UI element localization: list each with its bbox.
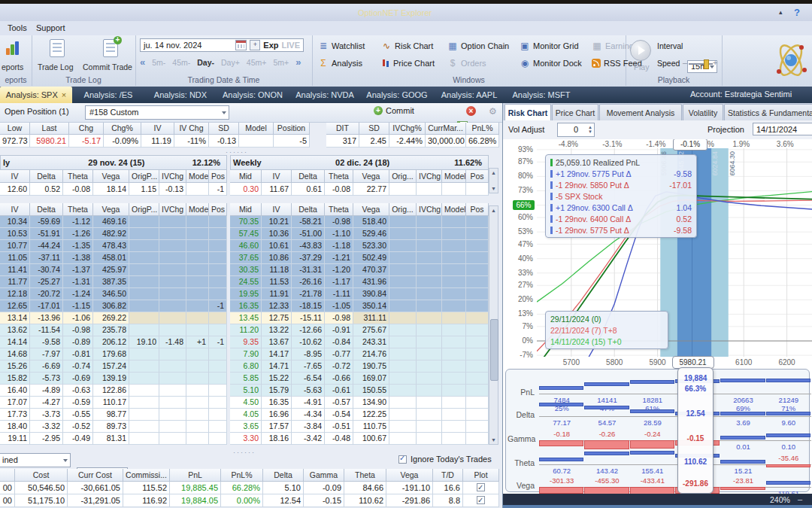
commit-trade-button[interactable]: Commit Trade bbox=[83, 62, 132, 71]
tab-analysis-aapl[interactable]: Analysis: AAPL bbox=[433, 87, 505, 103]
monitor-dock-button[interactable]: ◉Monitor Dock bbox=[520, 57, 592, 69]
chain-row[interactable]: 5.8515.22-6.54-0.66169.07 bbox=[230, 373, 489, 385]
trade-log-icon[interactable] bbox=[50, 39, 65, 59]
projection-date-field[interactable]: 14/11/2024 bbox=[753, 123, 812, 135]
chain-row[interactable]: 4.5016.35-4.91-0.57134.90 bbox=[230, 397, 489, 409]
chain-row[interactable]: 16.3512.33-18.15-1.05350.14 bbox=[230, 300, 489, 312]
spinner-arrows-icon[interactable]: ▲▼ bbox=[588, 125, 592, 134]
mini-scrollbar[interactable]: ▲▼ bbox=[489, 168, 498, 193]
speed-minus-icon[interactable]: – bbox=[683, 58, 687, 67]
chain-row[interactable]: 10.53-51.91-1.26482.92 bbox=[0, 228, 227, 240]
calendar-icon[interactable] bbox=[235, 40, 247, 50]
summary-row[interactable]: 0050,546.50-30,661.05115.5219,885.4566.2… bbox=[0, 482, 499, 494]
speed-plus-icon[interactable]: + bbox=[713, 58, 717, 67]
help-icon[interactable]: ? bbox=[794, 7, 800, 18]
chain-row[interactable]: 11.77-25.27-1.31387.35 bbox=[0, 276, 227, 288]
chain-row[interactable]: 37.6510.86-37.29-1.21502.49 bbox=[230, 252, 489, 264]
live-label[interactable]: LIVE bbox=[282, 41, 300, 50]
trading-date-field[interactable]: ju. 14 nov. 2024 + Exp LIVE bbox=[140, 38, 304, 52]
time-step-Day[interactable]: Day+ bbox=[221, 58, 240, 67]
rp-tab-price-chart[interactable]: Price Chart bbox=[552, 104, 598, 120]
time-step-45m[interactable]: 45m+ bbox=[247, 58, 267, 67]
chain-row[interactable]: 3.3018.16-3.42-0.48100.67 bbox=[230, 433, 489, 445]
nav-forward-icon[interactable]: » bbox=[295, 56, 301, 68]
chain-row[interactable]: 11.2013.22-12.66-0.91275.67 bbox=[230, 324, 489, 336]
scroll-down-icon[interactable]: ▼ bbox=[489, 436, 498, 444]
monitor-grid-button[interactable]: ▣Monitor Grid bbox=[520, 40, 592, 52]
chain-row[interactable]: 24.5511.53-26.16-1.17431.96 bbox=[230, 276, 489, 288]
risk-chart-button[interactable]: ∿Risk Chart bbox=[381, 40, 447, 52]
scroll-down-icon[interactable]: ▼ bbox=[489, 184, 498, 193]
chain-row[interactable]: 12.18-20.72-1.24346.50 bbox=[0, 288, 227, 300]
ribbon-collapse-icon[interactable]: ▴ bbox=[779, 8, 783, 16]
chain-row[interactable]: 10.34-59.69-1.12469.16 bbox=[0, 216, 227, 228]
chain-row[interactable]: 3.6517.57-3.84-0.51110.75 bbox=[230, 421, 489, 433]
chain-row[interactable]: 9.3513.67-10.62-0.84243.31 bbox=[230, 336, 489, 348]
tab-analysis-onon[interactable]: Analysis: ONON bbox=[217, 87, 289, 103]
rp-tab-volatility[interactable]: Volatility bbox=[683, 104, 723, 120]
time-step-Day[interactable]: Day- bbox=[197, 58, 214, 67]
reports-button-label[interactable]: eports bbox=[2, 62, 23, 71]
chain-row[interactable]: 19.9511.91-21.78-1.11390.84 bbox=[230, 288, 489, 300]
position-select[interactable]: #158 Custom bbox=[85, 105, 229, 120]
chain-row[interactable]: 57.4510.36-51.00-1.10529.46 bbox=[230, 228, 489, 240]
chain-row[interactable]: 14.14-9.58-0.89206.1219.10-1.48+1-1 bbox=[0, 336, 227, 348]
nav-back-icon[interactable]: « bbox=[140, 56, 145, 68]
play-button[interactable] bbox=[630, 40, 651, 61]
ignore-trades-checkbox[interactable] bbox=[398, 455, 407, 464]
trade-log-button[interactable]: Trade Log bbox=[38, 62, 73, 71]
delete-icon[interactable]: × bbox=[466, 106, 476, 116]
chain-row[interactable]: 12.65-17.01-1.15306.82-1 bbox=[0, 300, 227, 312]
chain-row[interactable]: 70.3510.21-58.21-0.98518.40 bbox=[230, 216, 489, 228]
zoom-out-icon[interactable]: – bbox=[798, 494, 802, 503]
summary-row[interactable]: 0051,175.10-31,291.05116.9219,884.050.00… bbox=[0, 494, 499, 507]
chain-row[interactable]: 17.07-4.27-0.59110.17 bbox=[0, 397, 227, 409]
speed-slider-track[interactable] bbox=[689, 63, 713, 65]
chain-row[interactable]: 5.1015.79-5.63-0.61150.55 bbox=[230, 385, 489, 397]
tab-analysis-ndx[interactable]: Analysis: NDX bbox=[144, 87, 217, 103]
price-chart-button[interactable]: Price Chart bbox=[381, 57, 447, 69]
scroll-up-icon[interactable]: ▲ bbox=[489, 206, 498, 214]
scroll-up-icon[interactable]: ▲ bbox=[489, 169, 498, 177]
speed-slider-thumb[interactable] bbox=[704, 59, 709, 69]
chain-row[interactable]: 13.62-11.54-0.98235.78 bbox=[0, 324, 227, 336]
chain-row[interactable]: 6.8014.71-7.65-0.72190.75 bbox=[230, 360, 489, 373]
tab-analysis-spx[interactable]: Analysis: SPX × bbox=[0, 87, 72, 103]
exp-jump-icon[interactable]: + bbox=[250, 40, 260, 50]
menu-tools[interactable]: Tools bbox=[8, 23, 27, 32]
chain-row[interactable]: 30.3511.18-31.31-1.20470.37 bbox=[230, 264, 489, 276]
ignore-trades-option[interactable]: Ignore Today's Trades bbox=[398, 455, 492, 464]
chain-row[interactable]: 10.77-44.24-1.35478.43 bbox=[0, 240, 227, 252]
position-strike-row[interactable]: 0.3011.670.61-0.0822.77 bbox=[230, 183, 489, 196]
time-step-5m[interactable]: 5m- bbox=[152, 58, 165, 67]
commit-button[interactable]: + Commit bbox=[374, 106, 414, 115]
tab-analysis-es[interactable]: Analysis: /ES bbox=[72, 87, 144, 103]
tab-analysis-nvda[interactable]: Analysis: NVDA bbox=[289, 87, 361, 103]
chain-row[interactable]: 7.9014.17-8.95-0.77214.76 bbox=[230, 348, 489, 360]
analysis-button[interactable]: ΣAnalysis bbox=[318, 57, 381, 69]
position-strike-row[interactable]: 12.600.52-0.0818.141.15-0.13-1 bbox=[0, 183, 227, 196]
commit-trade-icon[interactable]: + bbox=[103, 39, 118, 59]
chain-row[interactable]: 18.40-3.32-0.5289.73 bbox=[0, 421, 227, 433]
settings-gear-icon[interactable]: ⚙ bbox=[489, 106, 497, 117]
chain-row[interactable]: 19.11-2.95-0.4981.31 bbox=[0, 433, 227, 445]
chain-row[interactable]: 15.26-6.69-0.74157.24 bbox=[0, 360, 227, 373]
watchlist-button[interactable]: ≣Watchlist bbox=[318, 40, 381, 52]
reports-icon[interactable] bbox=[6, 40, 21, 58]
rp-tab-movement-analysis[interactable]: Movement Analysis bbox=[599, 104, 682, 120]
chain-row[interactable]: 46.6010.61-43.83-1.18523.30 bbox=[230, 240, 489, 252]
menu-support[interactable]: Support bbox=[36, 23, 65, 32]
vol-adjust-spinner[interactable]: 0 ▲▼ bbox=[557, 123, 595, 137]
chain-row[interactable]: 13.14-13.96-1.06269.22 bbox=[0, 312, 227, 324]
tab-analysis-msft[interactable]: Analysis: MSFT bbox=[505, 87, 577, 103]
splitter-handle-bottom[interactable]: ······ bbox=[233, 449, 256, 456]
chain-row[interactable]: 13.4512.75-15.11-0.98311.11 bbox=[230, 312, 489, 324]
tab-analysis-goog[interactable]: Analysis: GOOG bbox=[361, 87, 433, 103]
plot-checkbox[interactable] bbox=[477, 496, 485, 504]
plot-checkbox[interactable] bbox=[477, 483, 485, 491]
exp-label[interactable]: Exp bbox=[263, 41, 278, 50]
chain-row[interactable]: 11.41-30.74-1.37425.97 bbox=[0, 264, 227, 276]
rp-tab-risk-chart[interactable]: Risk Chart bbox=[504, 104, 551, 120]
chain-row[interactable]: 16.40-4.89-0.63122.86 bbox=[0, 385, 227, 397]
chain-row[interactable]: 15.82-5.73-0.69139.19 bbox=[0, 373, 227, 385]
